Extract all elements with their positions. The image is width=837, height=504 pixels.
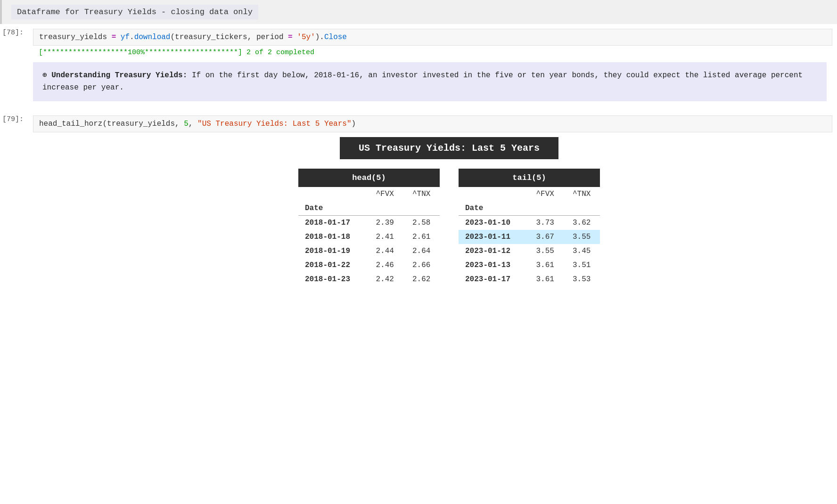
tnx-cell: 2.64 <box>403 244 440 258</box>
tail-date-label: Date <box>459 201 527 216</box>
fvx-cell: 2.42 <box>367 272 403 286</box>
tnx-cell: 3.45 <box>563 244 600 258</box>
tnx-cell: 2.58 <box>403 216 440 230</box>
head-table-header: head(5) <box>298 169 440 187</box>
cell-78-output: [********************100%***************… <box>33 46 832 57</box>
tail-tnx-header: ^TNX <box>563 187 600 201</box>
tail-fvx-header: ^FVX <box>527 187 564 201</box>
comment-text: Dataframe for Treasury Yields - closing … <box>11 5 258 19</box>
table-section: US Treasury Yields: Last 5 Years head(5)… <box>33 132 832 291</box>
cell-79: [79]: head_tail_horz(treasury_yields, 5,… <box>0 111 837 296</box>
note-box: ⊕ Understanding Treasury Yields: If on t… <box>33 62 827 101</box>
date-cell: 2023-01-17 <box>459 272 527 286</box>
tail-table-header: tail(5) <box>459 169 600 187</box>
head-tbody: 2018-01-17 2.39 2.58 2018-01-18 2.41 2.6… <box>298 216 440 287</box>
date-cell: 2018-01-23 <box>298 272 367 286</box>
table-row: 2023-01-17 3.61 3.53 <box>459 272 600 286</box>
cell-78: [78]: treasury_yields = yf.download(trea… <box>0 24 837 111</box>
note-label: Understanding Treasury Yields: <box>51 71 187 80</box>
date-cell: 2018-01-18 <box>298 230 367 244</box>
tnx-cell: 2.62 <box>403 272 440 286</box>
cell-78-number: [78]: <box>0 27 28 37</box>
date-cell: 2023-01-12 <box>459 244 527 258</box>
table-row: 2018-01-18 2.41 2.61 <box>298 230 440 244</box>
head-date-label: Date <box>298 201 367 216</box>
code-close-method: Close <box>324 33 347 41</box>
head-ticker-row: ^FVX ^TNX <box>298 187 440 201</box>
code-num: 5 <box>184 120 189 128</box>
fvx-cell: 3.73 <box>527 216 564 230</box>
date-cell: 2023-01-13 <box>459 258 527 272</box>
fvx-cell: 3.61 <box>527 258 564 272</box>
tail-empty-col <box>459 187 527 201</box>
tail-table: ^FVX ^TNX Date 2023-01-10 <box>459 187 600 286</box>
date-cell: 2018-01-22 <box>298 258 367 272</box>
tnx-cell: 2.66 <box>403 258 440 272</box>
tail-tbody: 2023-01-10 3.73 3.62 2023-01-11 3.67 3.5… <box>459 216 600 287</box>
table-row: 2023-01-11 3.67 3.55 <box>459 230 600 244</box>
table-title: US Treasury Yields: Last 5 Years <box>340 137 558 159</box>
head-empty-col <box>298 187 367 201</box>
table-row: 2018-01-22 2.46 2.66 <box>298 258 440 272</box>
head-fvx-header: ^FVX <box>367 187 403 201</box>
notebook: Dataframe for Treasury Yields - closing … <box>0 0 837 504</box>
head-tnx-header: ^TNX <box>403 187 440 201</box>
date-cell: 2023-01-11 <box>459 230 527 244</box>
code-title-str: "US Treasury Yields: Last 5 Years" <box>197 120 351 128</box>
tail-date-row: Date <box>459 201 600 216</box>
cell-78-code: treasury_yields = yf.download(treasury_t… <box>33 29 832 46</box>
fvx-cell: 2.41 <box>367 230 403 244</box>
fvx-cell: 3.61 <box>527 272 564 286</box>
fvx-cell: 2.44 <box>367 244 403 258</box>
tnx-cell: 2.61 <box>403 230 440 244</box>
date-cell: 2023-01-10 <box>459 216 527 230</box>
cell-78-content: treasury_yields = yf.download(treasury_t… <box>28 27 837 108</box>
code-eq: = <box>112 33 121 41</box>
cell-79-code: head_tail_horz(treasury_yields, 5, "US T… <box>33 115 832 132</box>
table-title-wrapper: US Treasury Yields: Last 5 Years <box>66 137 832 165</box>
code-var: treasury_yields <box>39 33 107 41</box>
date-cell: 2018-01-17 <box>298 216 367 230</box>
comment-cell: Dataframe for Treasury Yields - closing … <box>0 0 837 24</box>
table-row: 2018-01-17 2.39 2.58 <box>298 216 440 230</box>
tables-container: head(5) ^FVX ^TNX Date <box>66 169 832 286</box>
code-string-5y: '5y' <box>297 33 315 41</box>
tnx-cell: 3.55 <box>563 230 600 244</box>
fvx-cell: 3.55 <box>527 244 564 258</box>
code-method: download <box>134 33 171 41</box>
code-func: head_tail_horz(treasury_yields, <box>39 120 184 128</box>
table-row: 2018-01-19 2.44 2.64 <box>298 244 440 258</box>
date-cell: 2018-01-19 <box>298 244 367 258</box>
tnx-cell: 3.53 <box>563 272 600 286</box>
head-table: ^FVX ^TNX Date 2018-01-17 <box>298 187 440 286</box>
tail-table-container: tail(5) ^FVX ^TNX Date <box>459 169 600 286</box>
table-row: 2023-01-13 3.61 3.51 <box>459 258 600 272</box>
cell-79-number: [79]: <box>0 114 28 123</box>
tnx-cell: 3.51 <box>563 258 600 272</box>
tail-ticker-row: ^FVX ^TNX <box>459 187 600 201</box>
head-table-container: head(5) ^FVX ^TNX Date <box>298 169 440 286</box>
note-icon: ⊕ <box>42 71 51 80</box>
code-obj: yf <box>121 33 130 41</box>
cell-79-content: head_tail_horz(treasury_yields, 5, "US T… <box>28 114 837 293</box>
table-row: 2018-01-23 2.42 2.62 <box>298 272 440 286</box>
fvx-cell: 2.39 <box>367 216 403 230</box>
head-date-row: Date <box>298 201 440 216</box>
table-row: 2023-01-12 3.55 3.45 <box>459 244 600 258</box>
fvx-cell: 2.46 <box>367 258 403 272</box>
fvx-cell: 3.67 <box>527 230 564 244</box>
tnx-cell: 3.62 <box>563 216 600 230</box>
table-row: 2023-01-10 3.73 3.62 <box>459 216 600 230</box>
